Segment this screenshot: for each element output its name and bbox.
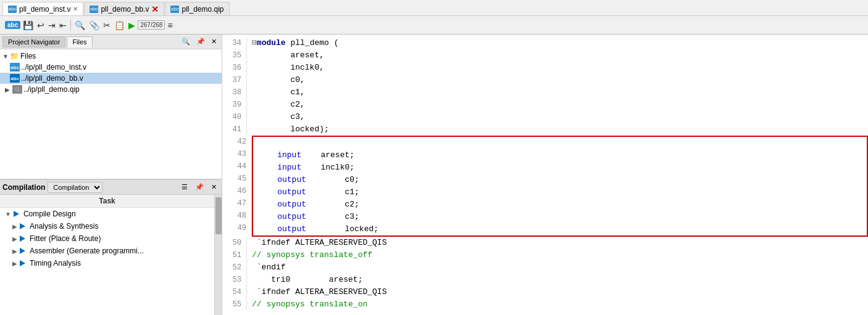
tab-bar: abc pll_demo_inst.v ✕ abc pll_demo_bb.v … bbox=[0, 0, 868, 16]
tree-item-pll-qip[interactable]: ▶ □ ../ip/pll_demo.qip bbox=[0, 84, 222, 95]
toolbar-btn-lines[interactable]: ≡ bbox=[166, 20, 173, 31]
line-num-40: 40 bbox=[222, 111, 247, 123]
code-line-53: 53 tri0 areset; bbox=[222, 274, 868, 286]
line-num-41: 41 bbox=[222, 123, 247, 136]
toolbar-btn-undo[interactable]: ↩ bbox=[36, 20, 46, 31]
tab-label-1: pll_demo_inst.v bbox=[19, 5, 70, 14]
tab-pll-demo-bb[interactable]: abc pll_demo_bb.v ✕ bbox=[84, 2, 164, 15]
nav-close-btn[interactable]: ✕ bbox=[209, 36, 219, 47]
folder-icon-files: 📁 bbox=[10, 52, 19, 60]
toolbar-btn-cut[interactable]: ✂ bbox=[102, 20, 112, 31]
tab-icon-2: abc bbox=[90, 6, 98, 13]
task-arrow-timing: ▶ bbox=[12, 260, 17, 267]
nav-tab-files[interactable]: Files bbox=[67, 36, 92, 47]
task-arrow-compile: ▼ bbox=[5, 211, 11, 218]
tree-item-pll-bb[interactable]: abc ../ip/pll_demo_bb.v bbox=[0, 73, 222, 84]
toolbar-btn-search[interactable]: 🔍 bbox=[73, 20, 86, 31]
line-content-54: `ifndef ALTERA_RESERVED_QIS bbox=[252, 286, 868, 298]
code-line-37: 37 c0, bbox=[222, 74, 868, 86]
tree-item-files-root[interactable]: ▼ 📁 Files bbox=[0, 51, 222, 62]
line-content-37: c0, bbox=[252, 74, 868, 86]
task-play-timing bbox=[20, 260, 25, 266]
tab-icon-1: abc bbox=[8, 6, 17, 13]
tab-close-1[interactable]: ✕ bbox=[73, 6, 78, 12]
line-num-35: 35 bbox=[222, 49, 247, 62]
line-num-39: 39 bbox=[222, 99, 247, 111]
toolbar-btn-save[interactable]: 💾 bbox=[22, 20, 35, 31]
line-content-39: c2, bbox=[252, 99, 868, 111]
navigator-header: Project Navigator Files 🔍 📌 ✕ bbox=[0, 35, 222, 49]
tree-label-pll-qip: ../ip/pll_demo.qip bbox=[23, 85, 80, 94]
tab-icon-3: abc bbox=[170, 6, 179, 13]
files-tree: ▼ 📁 Files abc ../ip/pll_demo_inst.v abc … bbox=[0, 49, 222, 179]
code-line-34: 34 ⊟module pll_demo ( bbox=[222, 37, 868, 49]
task-row-analysis[interactable]: ▶ Analysis & Synthesis bbox=[0, 220, 214, 232]
tasks-header: Compilation Compilation ☰ 📌 ✕ bbox=[0, 180, 222, 195]
line-num-34: 34 bbox=[222, 37, 247, 49]
task-play-compile bbox=[14, 211, 19, 217]
task-label-timing: Timing Analysis bbox=[30, 259, 81, 268]
main-layout: Project Navigator Files 🔍 📌 ✕ ▼ 📁 Files … bbox=[0, 35, 868, 315]
line-num-53: 53 bbox=[222, 274, 247, 286]
app-container: abc pll_demo_inst.v ✕ abc pll_demo_bb.v … bbox=[0, 0, 868, 315]
line-content-40: c3, bbox=[252, 111, 868, 123]
line-content-36: inclk0, bbox=[252, 62, 868, 74]
line-content-51: // synopsys translate_off bbox=[252, 249, 868, 261]
code-line-55: 55 // synopsys translate_on bbox=[222, 298, 868, 311]
file-icon-pll-inst: abc bbox=[10, 63, 20, 72]
toolbar-btn-copy[interactable]: 📋 bbox=[113, 20, 126, 31]
tab-pll-demo-inst[interactable]: abc pll_demo_inst.v ✕ bbox=[2, 2, 83, 15]
code-editor[interactable]: 34 ⊟module pll_demo ( 35 areset, 36 incl… bbox=[222, 35, 868, 315]
tasks-list-btn[interactable]: ☰ bbox=[179, 182, 190, 192]
code-line-36: 36 inclk0, bbox=[222, 62, 868, 74]
line-num-51: 51 bbox=[222, 249, 247, 261]
tasks-title: Compilation bbox=[2, 183, 45, 192]
tasks-content: Task ▼ Compile Design ▶ Ana bbox=[0, 195, 222, 315]
task-arrow-fitter: ▶ bbox=[12, 235, 17, 242]
code-line-40: 40 c3, bbox=[222, 111, 868, 123]
toolbar-btn-abc[interactable]: abc bbox=[5, 21, 20, 29]
code-line-54: 54 `ifndef ALTERA_RESERVED_QIS bbox=[222, 286, 868, 298]
line-content-52: `endif bbox=[252, 261, 868, 274]
task-play-fitter bbox=[20, 235, 25, 242]
task-row-compile[interactable]: ▼ Compile Design bbox=[0, 208, 214, 220]
tree-item-pll-inst[interactable]: abc ../ip/pll_demo_inst.v bbox=[0, 62, 222, 73]
highlighted-region: 4243444546474849 input areset; input inc… bbox=[222, 136, 868, 237]
line-num-38: 38 bbox=[222, 86, 247, 99]
toolbar-btn-num[interactable]: 267/268 bbox=[138, 20, 165, 30]
toolbar-btn-clip[interactable]: 📎 bbox=[88, 20, 101, 31]
toolbar-btn-paste[interactable]: ▶ bbox=[127, 20, 136, 31]
toolbar-btn-unindent[interactable]: ⇤ bbox=[58, 20, 68, 31]
tab-pll-demo-qip[interactable]: abc pll_demo.qip bbox=[165, 2, 229, 15]
tasks-scrollbar[interactable] bbox=[214, 195, 222, 315]
tasks-pin-btn[interactable]: 📌 bbox=[193, 182, 206, 192]
task-label-analysis: Analysis & Synthesis bbox=[30, 222, 98, 231]
task-play-assembler bbox=[20, 248, 25, 254]
line-content-53: tri0 areset; bbox=[252, 274, 868, 286]
line-content-34: ⊟module pll_demo ( bbox=[252, 37, 868, 49]
editor-toolbar: abc 💾 ↩ ⇥ ⇤ 🔍 📎 ✂ 📋 ▶ 267/268 ≡ bbox=[0, 16, 868, 35]
line-num-37: 37 bbox=[222, 74, 247, 86]
task-row-timing[interactable]: ▶ Timing Analysis bbox=[0, 257, 214, 269]
code-editor-container: 34 ⊟module pll_demo ( 35 areset, 36 incl… bbox=[222, 35, 868, 315]
tasks-scrollbar-thumb[interactable] bbox=[215, 197, 222, 234]
task-row-fitter[interactable]: ▶ Fitter (Place & Route) bbox=[0, 232, 214, 245]
line-content-55: // synopsys translate_on bbox=[252, 298, 868, 311]
toolbar-separator bbox=[70, 20, 71, 31]
task-arrow-assembler: ▶ bbox=[12, 248, 17, 255]
file-icon-pll-qip: □ bbox=[12, 85, 22, 94]
line-content-41: locked); bbox=[252, 123, 868, 136]
tasks-panel: Compilation Compilation ☰ 📌 ✕ Task bbox=[0, 179, 222, 315]
nav-search-btn[interactable]: 🔍 bbox=[179, 36, 193, 47]
task-row-assembler[interactable]: ▶ Assembler (Generate programmi... bbox=[0, 245, 214, 257]
nav-tab-project[interactable]: Project Navigator bbox=[2, 36, 65, 47]
nav-pin-btn[interactable]: 📌 bbox=[194, 36, 207, 47]
toolbar-btn-indent[interactable]: ⇥ bbox=[47, 20, 57, 31]
tasks-dropdown[interactable]: Compilation bbox=[48, 182, 102, 193]
tasks-close-btn[interactable]: ✕ bbox=[209, 182, 219, 192]
tab-close-2[interactable]: ✕ bbox=[151, 4, 159, 14]
task-play-analysis bbox=[20, 223, 25, 229]
code-line-50: 50 `ifndef ALTERA_RESERVED_QIS bbox=[222, 237, 868, 249]
tree-label-files: Files bbox=[20, 52, 36, 60]
tab-label-2: pll_demo_bb.v bbox=[101, 5, 149, 14]
